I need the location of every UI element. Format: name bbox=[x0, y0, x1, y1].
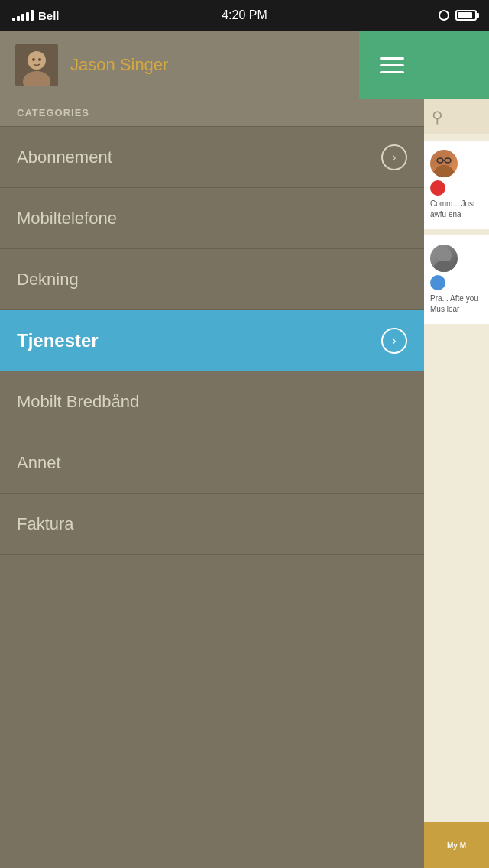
nav-item-abonnement[interactable]: Abonnement › bbox=[0, 127, 424, 188]
user-name-label: Jason Singer bbox=[70, 55, 349, 75]
nav-label-dekning: Dekning bbox=[17, 270, 79, 290]
nav-item-annet[interactable]: Annet bbox=[0, 432, 424, 494]
nav-label-mobiltelefone: Mobiltelefone bbox=[17, 209, 117, 228]
nav-item-mobilt-bredband[interactable]: Mobilt Bredbånd bbox=[0, 371, 424, 432]
svg-point-8 bbox=[432, 261, 455, 272]
hamburger-line-2 bbox=[380, 64, 404, 66]
svg-point-12 bbox=[32, 58, 35, 61]
card-1-avatar bbox=[430, 150, 458, 177]
nav-arrow-abonnement: › bbox=[381, 144, 407, 170]
status-right bbox=[439, 10, 477, 21]
nav-label-annet: Annet bbox=[17, 453, 61, 473]
status-left: Bell bbox=[12, 9, 60, 22]
nav-item-faktura[interactable]: Faktura bbox=[0, 494, 424, 555]
search-icon: ⚲ bbox=[432, 108, 443, 126]
card-2-avatar-image bbox=[430, 245, 458, 272]
card-2-text: Pra... Afte you Mus lear bbox=[430, 293, 483, 315]
right-panel: ⚲ bbox=[424, 31, 489, 868]
sidebar: Jason Singer ⚙ bbox=[0, 31, 424, 868]
hamburger-icon bbox=[380, 57, 404, 73]
nav-item-mobiltelefone[interactable]: Mobiltelefone bbox=[0, 188, 424, 249]
app-container: ⚲ bbox=[0, 31, 489, 868]
card-1-avatar-image bbox=[430, 150, 458, 177]
status-bar: Bell 4:20 PM bbox=[0, 0, 489, 31]
nav-list: Abonnement › Mobiltelefone Dekning Tjene… bbox=[0, 127, 424, 868]
card-1-text: Comm... Just awfu ena bbox=[430, 199, 483, 220]
search-area[interactable]: ⚲ bbox=[424, 99, 489, 134]
time-label: 4:20 PM bbox=[222, 8, 267, 22]
signal-bar-5 bbox=[31, 10, 34, 21]
card-2-avatar bbox=[430, 245, 458, 272]
card-1-badge bbox=[430, 180, 445, 196]
battery-icon bbox=[455, 10, 477, 21]
nav-arrow-tjenester: › bbox=[381, 328, 407, 354]
svg-point-10 bbox=[28, 51, 46, 70]
svg-point-1 bbox=[433, 165, 455, 177]
user-avatar bbox=[15, 44, 58, 86]
bottom-card[interactable]: My M bbox=[424, 822, 489, 868]
hamburger-line-3 bbox=[380, 71, 404, 73]
nav-label-tjenester: Tjenester bbox=[17, 330, 99, 351]
carrier-label: Bell bbox=[38, 9, 60, 22]
card-2-badge bbox=[430, 275, 445, 290]
categories-label: CATEGORIES bbox=[0, 99, 424, 127]
menu-button[interactable] bbox=[359, 31, 424, 99]
nav-label-mobilt-bredband: Mobilt Bredbånd bbox=[17, 392, 139, 412]
clock-icon bbox=[439, 10, 449, 21]
card-2[interactable]: Pra... Afte you Mus lear bbox=[424, 235, 489, 324]
card-1[interactable]: Comm... Just awfu ena bbox=[424, 141, 489, 229]
user-avatar-image bbox=[15, 44, 58, 86]
bottom-card-label: My M bbox=[447, 841, 466, 850]
signal-bar-3 bbox=[21, 14, 24, 21]
sidebar-header: Jason Singer ⚙ bbox=[0, 31, 424, 99]
nav-label-abonnement: Abonnement bbox=[17, 147, 112, 167]
nav-label-faktura: Faktura bbox=[17, 514, 74, 534]
nav-item-dekning[interactable]: Dekning bbox=[0, 249, 424, 310]
signal-bar-1 bbox=[12, 18, 15, 21]
hamburger-line-1 bbox=[380, 57, 404, 60]
svg-point-13 bbox=[38, 58, 41, 61]
signal-bars bbox=[12, 10, 34, 21]
right-content: Comm... Just awfu ena Pra... Afte you Mu… bbox=[424, 134, 489, 336]
right-panel-top-green bbox=[424, 31, 489, 99]
battery-fill bbox=[458, 12, 472, 18]
signal-bar-2 bbox=[17, 16, 20, 21]
nav-item-tjenester[interactable]: Tjenester › bbox=[0, 310, 424, 371]
signal-bar-4 bbox=[26, 12, 29, 21]
